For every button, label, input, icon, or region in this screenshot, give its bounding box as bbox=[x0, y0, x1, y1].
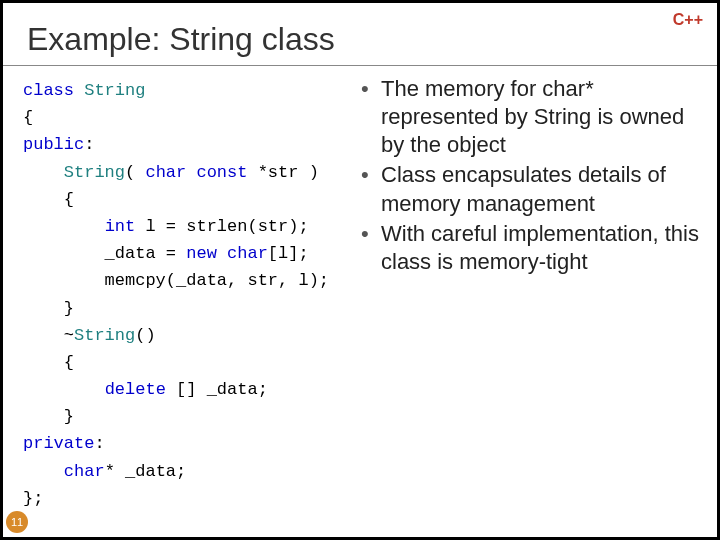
ctor-name: String bbox=[64, 163, 125, 182]
bullet-item: The memory for char* represented by Stri… bbox=[361, 75, 711, 159]
code-text bbox=[23, 462, 64, 481]
kw-new: new bbox=[186, 244, 217, 263]
code-line: { bbox=[23, 353, 74, 372]
kw-char: char bbox=[227, 244, 268, 263]
kw-char: char bbox=[64, 462, 105, 481]
slide-number: 11 bbox=[6, 511, 28, 533]
code-line: { bbox=[23, 190, 74, 209]
code-text bbox=[23, 217, 105, 236]
kw-const: const bbox=[196, 163, 247, 182]
kw-int: int bbox=[105, 217, 136, 236]
kw-delete: delete bbox=[105, 380, 166, 399]
title-underline bbox=[3, 65, 717, 66]
code-text: _data = bbox=[23, 244, 186, 263]
code-line: memcpy(_data, str, l); bbox=[23, 271, 329, 290]
bullet-item: Class encapsulates details of memory man… bbox=[361, 161, 711, 217]
code-block: class String { public: String( char cons… bbox=[23, 77, 363, 512]
language-badge: C++ bbox=[673, 11, 703, 29]
code-line: } bbox=[23, 299, 74, 318]
code-text: () bbox=[135, 326, 155, 345]
code-line: }; bbox=[23, 489, 43, 508]
code-text: [l]; bbox=[268, 244, 309, 263]
bullet-item: With careful implementation, this class … bbox=[361, 220, 711, 276]
kw-public: public bbox=[23, 135, 84, 154]
code-text: * _data; bbox=[105, 462, 187, 481]
code-text: ( bbox=[125, 163, 145, 182]
kw-class: class bbox=[23, 81, 74, 100]
code-text bbox=[186, 163, 196, 182]
code-text: ~ bbox=[23, 326, 74, 345]
slide: C++ Example: String class class String {… bbox=[3, 3, 717, 537]
dtor-name: String bbox=[74, 326, 135, 345]
kw-private: private bbox=[23, 434, 94, 453]
kw-char: char bbox=[145, 163, 186, 182]
code-text: *str ) bbox=[247, 163, 318, 182]
code-line: } bbox=[23, 407, 74, 426]
code-line: { bbox=[23, 108, 33, 127]
classname: String bbox=[84, 81, 145, 100]
code-text bbox=[217, 244, 227, 263]
slide-title: Example: String class bbox=[27, 21, 335, 58]
code-text: l = strlen(str); bbox=[135, 217, 308, 236]
bullet-list: The memory for char* represented by Stri… bbox=[361, 75, 711, 278]
code-text: [] _data; bbox=[166, 380, 268, 399]
code-text bbox=[23, 380, 105, 399]
